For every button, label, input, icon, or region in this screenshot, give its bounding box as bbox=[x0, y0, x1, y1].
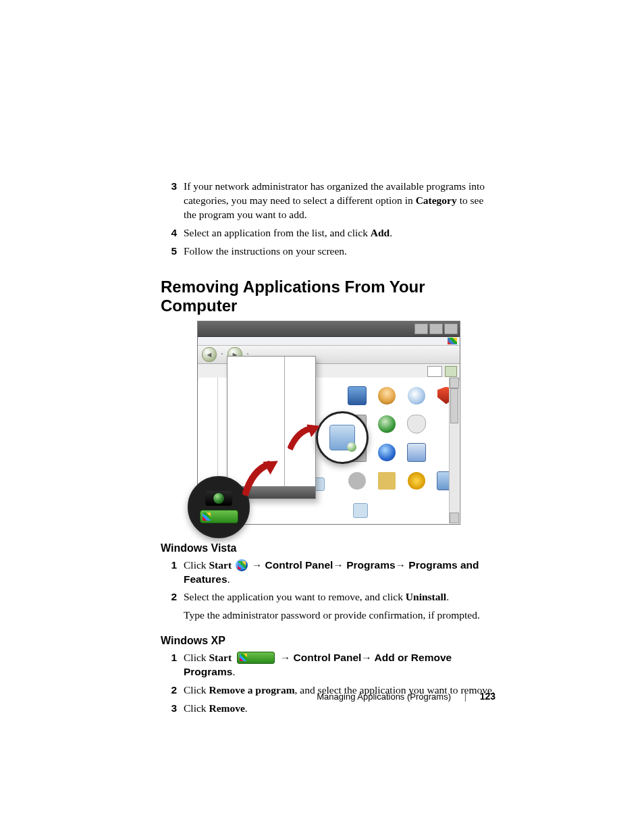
list-item: 1 Click Start → Control Panel→ Add or Re… bbox=[161, 651, 495, 679]
bottom-icon bbox=[353, 503, 368, 518]
list-text: Click Start → Control Panel→ Programs→ P… bbox=[184, 558, 495, 587]
list-subtext: Type the administrator password or provi… bbox=[184, 608, 495, 623]
list-number: 1 bbox=[161, 651, 184, 679]
list-number: 1 bbox=[161, 558, 184, 587]
list-number: 5 bbox=[161, 244, 184, 259]
system-icon bbox=[407, 443, 426, 462]
internet-options-icon bbox=[378, 415, 396, 433]
keyboard-icon bbox=[378, 472, 396, 490]
list-item: 5 Follow the instructions on your screen… bbox=[161, 244, 495, 259]
footer-section: Managing Applications (Programs) bbox=[317, 692, 451, 702]
subheading-xp: Windows XP bbox=[161, 635, 495, 647]
list-number: 2 bbox=[161, 590, 184, 604]
generic-icon bbox=[353, 503, 368, 518]
title-bar bbox=[198, 321, 460, 337]
go-button-icon bbox=[445, 366, 457, 377]
control-panel-figure: ◄ · ► · bbox=[197, 321, 459, 530]
list-item: 4 Select an application from the list, a… bbox=[161, 226, 495, 240]
list-text: Select an application from the list, and… bbox=[184, 226, 495, 240]
list-text: Click Remove. bbox=[184, 702, 495, 716]
list-item: 2 Select the application you want to rem… bbox=[161, 590, 495, 604]
top-ordered-list: 3 If your network administrator has orga… bbox=[161, 180, 495, 259]
scroll-down-icon bbox=[450, 513, 459, 523]
list-text: If your network administrator has organi… bbox=[184, 180, 495, 222]
scroll-thumb bbox=[450, 388, 458, 423]
sounds-icon bbox=[348, 472, 366, 490]
windows-flag-icon bbox=[203, 513, 211, 521]
vertical-scrollbar bbox=[449, 377, 459, 523]
page-footer: Managing Applications (Programs) | 123 bbox=[0, 691, 495, 702]
add-remove-programs-icon bbox=[329, 425, 355, 450]
list-text: Click Start → Control Panel→ Add or Remo… bbox=[184, 651, 495, 679]
menu-bar bbox=[198, 337, 460, 346]
windows-flag-icon bbox=[448, 338, 457, 344]
list-text: Select the application you want to remov… bbox=[184, 590, 495, 604]
vista-orb-icon bbox=[213, 493, 224, 504]
vista-start-orb-icon bbox=[236, 559, 248, 571]
subheading-vista: Windows Vista bbox=[161, 542, 495, 554]
list-number: 4 bbox=[161, 226, 184, 240]
search-icon bbox=[408, 387, 425, 405]
document-page: 3 If your network administrator has orga… bbox=[0, 0, 644, 834]
close-button-icon bbox=[444, 323, 458, 334]
list-text: Follow the instructions on your screen. bbox=[184, 244, 495, 259]
network-icon bbox=[378, 444, 396, 461]
xp-start-button-icon bbox=[237, 652, 275, 664]
user-accounts-icon bbox=[378, 387, 396, 405]
list-item: 1 Click Start → Control Panel→ Programs→… bbox=[161, 558, 495, 587]
xp-start-button-icon bbox=[200, 510, 238, 523]
wireless-icon bbox=[408, 472, 425, 490]
display-icon bbox=[348, 386, 367, 405]
page-number: 123 bbox=[480, 691, 495, 702]
footer-separator: | bbox=[464, 692, 466, 702]
minimize-button-icon bbox=[414, 323, 428, 334]
address-dropdown-icon bbox=[427, 366, 442, 377]
list-item: 3 Click Remove. bbox=[161, 702, 495, 716]
vista-start-button-icon bbox=[205, 491, 232, 506]
section-heading: Removing Applications From Your Computer bbox=[161, 278, 495, 315]
list-item: 3 If your network administrator has orga… bbox=[161, 180, 495, 222]
list-number: 3 bbox=[161, 180, 184, 222]
back-button-icon: ◄ bbox=[202, 347, 217, 362]
scroll-up-icon bbox=[450, 377, 459, 388]
mouse-icon bbox=[407, 415, 426, 434]
maximize-button-icon bbox=[429, 323, 443, 334]
list-number: 3 bbox=[161, 702, 184, 716]
